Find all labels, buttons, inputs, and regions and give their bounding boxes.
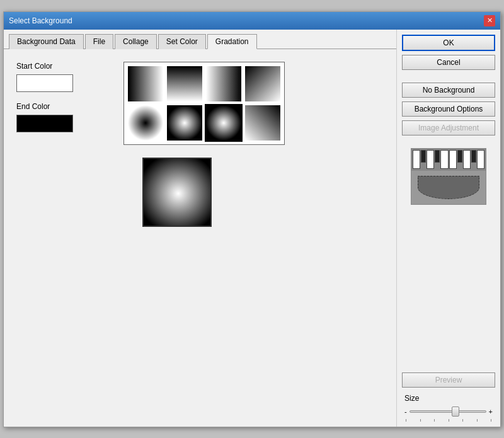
piano-key-8: [463, 150, 471, 169]
no-background-button[interactable]: No Background: [402, 83, 495, 98]
grad-cell-2[interactable]: [166, 65, 203, 103]
preview-button[interactable]: Preview: [402, 372, 495, 388]
sidebar: OK Cancel No Background Background Optio…: [396, 30, 500, 427]
close-button[interactable]: ✕: [484, 15, 495, 26]
tick-3: [434, 419, 435, 422]
grad-cell-4[interactable]: [244, 65, 282, 103]
preview-canvas-box: [142, 158, 212, 227]
tick-1: [406, 419, 406, 422]
size-minus-label: -: [404, 408, 407, 415]
start-color-box[interactable]: [16, 74, 73, 92]
end-color-label: End Color: [16, 102, 111, 111]
piano-key-3: [427, 150, 434, 169]
tab-file[interactable]: File: [85, 34, 113, 49]
piano-key-10: [477, 150, 484, 169]
ok-button[interactable]: OK: [402, 35, 495, 51]
slider-ticks: [404, 419, 493, 422]
grad-cell-3[interactable]: [205, 65, 243, 103]
end-color-section: End Color: [16, 102, 111, 132]
dialog-body: Background Data File Collage Set Color G…: [4, 30, 500, 427]
content-area: Start Color End Color: [4, 49, 396, 427]
tick-6: [477, 419, 478, 422]
piano-key-6: [449, 150, 457, 169]
size-label: Size: [404, 394, 493, 403]
size-slider-track: [410, 410, 486, 413]
background-options-button[interactable]: Background Options: [402, 101, 495, 117]
tick-4: [449, 419, 449, 422]
grad-cell-7[interactable]: [205, 104, 243, 142]
tab-set-color[interactable]: Set Color: [158, 34, 206, 49]
curved-bottom-graphic: [411, 171, 486, 205]
tick-5: [462, 419, 463, 422]
center-panel: [123, 62, 384, 414]
preview-thumbnail: [411, 148, 486, 205]
piano-key-1: [413, 150, 420, 169]
piano-key-4: [435, 150, 440, 163]
grad-cell-8[interactable]: [244, 104, 282, 142]
piano-key-5: [440, 150, 448, 169]
main-area: Background Data File Collage Set Color G…: [4, 30, 396, 427]
image-adjustment-button[interactable]: Image Adjustment: [402, 120, 495, 135]
cancel-button[interactable]: Cancel: [402, 55, 495, 70]
grad-cell-6[interactable]: [166, 104, 203, 142]
size-slider-thumb[interactable]: [452, 406, 459, 417]
dialog-title: Select Background: [9, 16, 72, 25]
preview-canvas: [144, 159, 212, 227]
piano-key-2: [421, 150, 426, 163]
piano-keys-graphic: [411, 149, 486, 171]
gradation-grid: [123, 62, 285, 145]
tab-collage[interactable]: Collage: [115, 34, 157, 49]
tab-bar: Background Data File Collage Set Color G…: [4, 30, 396, 49]
tick-2: [420, 419, 421, 422]
grad-cell-5[interactable]: [127, 104, 164, 142]
size-slider-container: [410, 405, 486, 418]
title-bar: Select Background ✕: [4, 12, 500, 30]
size-controls: - +: [404, 405, 493, 418]
end-color-box[interactable]: [16, 115, 73, 132]
select-background-dialog: Select Background ✕ Background Data File…: [3, 11, 501, 427]
grad-cell-1[interactable]: [127, 65, 164, 103]
tab-gradation[interactable]: Gradation: [207, 34, 257, 49]
tab-background-data[interactable]: Background Data: [9, 34, 84, 49]
tick-7: [491, 419, 491, 422]
start-color-section: Start Color: [16, 62, 111, 92]
piano-key-7: [457, 150, 462, 163]
start-color-label: Start Color: [16, 62, 111, 71]
size-section: Size - +: [402, 394, 495, 422]
size-plus-label: +: [489, 408, 493, 415]
left-panel: Start Color End Color: [16, 62, 111, 414]
piano-key-9: [471, 150, 476, 163]
